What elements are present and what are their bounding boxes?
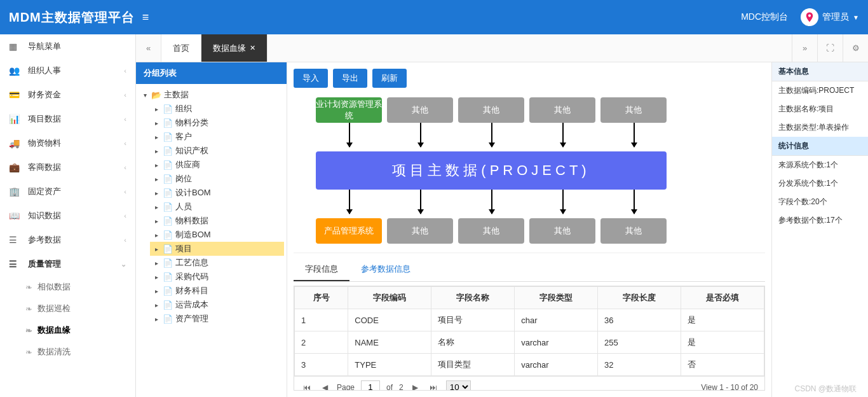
page-next-icon[interactable]: ▶ [410, 382, 421, 391]
collapse-icon[interactable]: ▾ [141, 92, 149, 99]
expand-icon[interactable]: ▸ [153, 134, 160, 141]
chevron-left-icon: ‹ [124, 164, 126, 171]
tree-node[interactable]: ▸ 📄 组织 [150, 102, 284, 116]
menu-toggle-icon[interactable]: ≡ [136, 11, 155, 24]
export-button[interactable]: 导出 [333, 69, 367, 88]
column-header[interactable]: 序号 [295, 287, 348, 309]
tab-scroll-left-icon[interactable]: « [136, 34, 161, 62]
table-row[interactable]: 1CODE项目号char36是 [295, 309, 764, 331]
sidebar-sub-item[interactable]: ❧相似数据 [0, 276, 135, 298]
tree-node[interactable]: ▸ 📄 供应商 [150, 158, 284, 172]
tree-node[interactable]: ▸ 📄 人员 [150, 200, 284, 214]
sidebar-item[interactable]: 💼 客商数据 ‹ [0, 155, 135, 179]
sidebar-item[interactable]: 📖 知识数据 ‹ [0, 204, 135, 228]
column-header[interactable]: 字段名称 [431, 287, 515, 309]
page-prev-icon[interactable]: ◀ [320, 382, 330, 391]
expand-icon[interactable]: ▸ [153, 288, 160, 295]
page-input[interactable] [361, 380, 380, 391]
expand-icon[interactable]: ▸ [153, 204, 160, 211]
sidebar-nav-header[interactable]: ▦ 导航菜单 [0, 34, 135, 59]
target-node[interactable]: 其他 [387, 218, 453, 244]
tree-node[interactable]: ▸ 📄 项目 [150, 242, 284, 256]
tab-home[interactable]: 首页 [161, 34, 201, 62]
expand-icon[interactable]: ▸ [153, 218, 160, 225]
center-node[interactable]: 项目主数据(PROJECT) [316, 151, 667, 190]
expand-icon[interactable]: ▸ [153, 190, 160, 197]
tree-node[interactable]: ▸ 📄 设计BOM [150, 186, 284, 200]
expand-icon[interactable]: ▸ [153, 120, 160, 127]
target-node[interactable]: 其他 [458, 218, 524, 244]
document-icon: 📄 [163, 202, 173, 212]
sidebar-sub-item[interactable]: ❧数据清洗 [0, 341, 135, 363]
source-node[interactable]: 其他 [529, 97, 595, 123]
tree-node[interactable]: ▸ 📄 知识产权 [150, 144, 284, 158]
column-header[interactable]: 字段类型 [515, 287, 598, 309]
tree-node[interactable]: ▸ 📄 制造BOM [150, 228, 284, 242]
gear-icon[interactable]: ⚙ [843, 34, 868, 62]
target-node[interactable]: 其他 [529, 218, 595, 244]
expand-icon[interactable]: ▸ [153, 302, 160, 309]
target-node[interactable]: 产品管理系统 [316, 218, 382, 244]
sidebar-item[interactable]: 🏢 固定资产 ‹ [0, 179, 135, 204]
source-node[interactable]: 其他 [458, 97, 524, 123]
table-row[interactable]: 3TYPE项目类型varchar32否 [295, 354, 764, 376]
tab-scroll-right-icon[interactable]: » [792, 34, 817, 62]
expand-icon[interactable]: ▸ [153, 274, 160, 281]
document-icon: 📄 [163, 300, 173, 310]
column-header[interactable]: 是否必填 [681, 287, 764, 309]
target-node[interactable]: 其他 [600, 218, 667, 244]
expand-icon[interactable]: ▸ [153, 232, 160, 239]
menu-icon: 💼 [9, 162, 22, 172]
chevron-left-icon: ‹ [124, 212, 126, 219]
leaf-icon: ❧ [25, 282, 32, 292]
avatar-icon [801, 8, 818, 26]
basic-info-header: 基本信息 [772, 62, 868, 81]
source-node[interactable]: 其他 [600, 97, 667, 123]
sidebar-item[interactable]: 👥 组织人事 ‹ [0, 59, 135, 83]
tab-refdata[interactable]: 参考数据信息 [349, 258, 422, 281]
tab-fields[interactable]: 字段信息 [294, 258, 349, 281]
page-first-icon[interactable]: ⏮ [301, 382, 313, 391]
tree-node[interactable]: ▸ 📄 物料分类 [150, 116, 284, 130]
expand-icon[interactable]: ▸ [153, 106, 160, 113]
sidebar-item-quality[interactable]: ☰ 质量管理 ⌄ [0, 252, 135, 276]
tree-node[interactable]: ▸ 📄 工艺信息 [150, 256, 284, 270]
expand-icon[interactable]: ▸ [153, 148, 160, 155]
page-size-select[interactable]: 10 [446, 380, 471, 391]
sidebar-item[interactable]: 🚚 物资物料 ‹ [0, 131, 135, 155]
sidebar-item[interactable]: 💳 财务资金 ‹ [0, 83, 135, 107]
console-link[interactable]: MDC控制台 [732, 11, 797, 23]
expand-icon[interactable]: ▸ [153, 162, 160, 169]
tree-node[interactable]: ▸ 📄 采购代码 [150, 270, 284, 284]
column-header[interactable]: 字段编码 [348, 287, 431, 309]
sidebar-sub-item[interactable]: ❧数据血缘 [0, 319, 135, 341]
info-item: 主数据编码:PROJECT [772, 81, 868, 100]
fullscreen-icon[interactable]: ⛶ [817, 34, 843, 62]
chevron-left-icon: ‹ [124, 139, 126, 147]
column-header[interactable]: 字段长度 [598, 287, 681, 309]
tree-node[interactable]: ▸ 📄 资产管理 [150, 312, 284, 326]
tab-lineage[interactable]: 数据血缘✕ [201, 34, 268, 62]
table-row[interactable]: 2NAME名称varchar255是 [295, 331, 764, 354]
tree-root[interactable]: ▾ 📂 主数据 [139, 88, 284, 102]
close-icon[interactable]: ✕ [250, 44, 255, 52]
page-last-icon[interactable]: ⏭ [427, 382, 440, 391]
tree-node[interactable]: ▸ 📄 客户 [150, 130, 284, 144]
tree-node[interactable]: ▸ 📄 岗位 [150, 172, 284, 186]
tree-node[interactable]: ▸ 📄 财务科目 [150, 284, 284, 298]
tree-node[interactable]: ▸ 📄 运营成本 [150, 298, 284, 312]
refresh-button[interactable]: 刷新 [372, 69, 407, 88]
sidebar-item[interactable]: ☰ 参考数据 ‹ [0, 228, 135, 252]
expand-icon[interactable]: ▸ [153, 176, 160, 183]
expand-icon[interactable]: ▸ [153, 260, 160, 267]
sidebar-sub-item[interactable]: ❧数据巡检 [0, 298, 135, 319]
tree-node[interactable]: ▸ 📄 物料数据 [150, 214, 284, 228]
import-button[interactable]: 导入 [294, 69, 328, 88]
user-menu[interactable]: 管理员 ▼ [797, 8, 859, 26]
tree-panel: 分组列表 ▾ 📂 主数据 ▸ 📄 组织 ▸ 📄 物料分类 ▸ 📄 客户 ▸ [136, 62, 287, 397]
expand-icon[interactable]: ▸ [153, 246, 160, 253]
source-node[interactable]: 业计划资源管理系统 [316, 97, 382, 123]
sidebar-item[interactable]: 📊 项目数据 ‹ [0, 107, 135, 131]
source-node[interactable]: 其他 [387, 97, 453, 123]
expand-icon[interactable]: ▸ [153, 316, 160, 323]
